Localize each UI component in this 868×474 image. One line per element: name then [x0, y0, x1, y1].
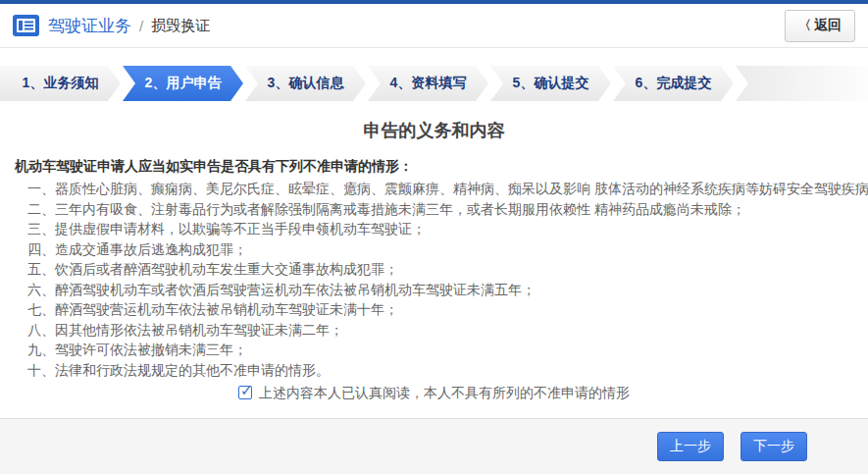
chevron-left-icon: 〈 [798, 17, 811, 34]
declaration-item: 九、驾驶许可依法被撤销未满三年； [15, 340, 853, 360]
declaration-content: 机动车驾驶证申请人应当如实申告是否具有下列不准申请的情形： 一、器质性心脏病、癫… [0, 156, 868, 402]
page-title: 申告的义务和内容 [0, 119, 868, 142]
step-5-confirm-submit: 5、确认提交 [490, 66, 611, 101]
step-wizard-filler [736, 66, 868, 101]
declaration-item: 二、三年内有吸食、注射毒品行为或者解除强制隔离戒毒措施未满三年，或者长期服用依赖… [15, 199, 853, 220]
header: 驾驶证业务 / 损毁换证 〈 返回 [0, 4, 868, 48]
previous-step-button[interactable]: 上一步 [657, 432, 724, 461]
next-step-button[interactable]: 下一步 [740, 432, 807, 461]
checkmark-icon: ✓ [240, 383, 253, 398]
declaration-item: 十、法律和行政法规规定的其他不准申请的情形。 [15, 360, 853, 381]
step-4-fill-materials: 4、资料填写 [368, 66, 488, 101]
declaration-item: 四、造成交通事故后逃逸构成犯罪； [15, 239, 853, 260]
form-list-icon [13, 15, 39, 36]
declaration-item: 一、器质性心脏病、癫痫病、美尼尔氏症、眩晕症、癔病、震颤麻痹、精神病、痴呆以及影… [15, 179, 853, 199]
declaration-item: 六、醉酒驾驶机动车或者饮酒后驾驶营运机动车依法被吊销机动车驾驶证未满五年； [15, 280, 853, 300]
back-button-label: 返回 [814, 17, 842, 34]
step-1-business-notice: 1、业务须知 [0, 66, 121, 101]
declaration-item: 三、提供虚假申请材料，以欺骗等不正当手段申领机动车驾驶证； [15, 219, 853, 239]
declaration-item: 五、饮酒后或者醉酒驾驶机动车发生重大交通事故构成犯罪； [15, 259, 853, 280]
agreement-row: ✓ 上述内容本人已认真阅读，本人不具有所列的不准申请的情形 [15, 385, 853, 402]
step-wizard: 1、业务须知 2、用户申告 3、确认信息 4、资料填写 5、确认提交 6、完成提… [0, 66, 868, 101]
step-6-complete-submit: 6、完成提交 [613, 66, 734, 101]
declaration-item: 八、因其他情形依法被吊销机动车驾驶证未满二年； [15, 320, 853, 341]
declaration-intro: 机动车驾驶证申请人应当如实申告是否具有下列不准申请的情形： [15, 156, 853, 176]
agreement-label[interactable]: 上述内容本人已认真阅读，本人不具有所列的不准申请的情形 [259, 385, 630, 400]
breadcrumb-separator: / [139, 18, 143, 34]
agreement-checkbox[interactable]: ✓ [238, 386, 252, 399]
step-3-confirm-info: 3、确认信息 [245, 66, 366, 101]
step-2-user-declaration: 2、用户申告 [123, 66, 243, 101]
footer-action-bar: 上一步 下一步 [0, 418, 868, 474]
back-button[interactable]: 〈 返回 [785, 10, 855, 42]
breadcrumb-service-category[interactable]: 驾驶证业务 [48, 15, 131, 37]
declaration-item: 七、醉酒驾驶营运机动车依法被吊销机动车驾驶证未满十年； [15, 299, 853, 320]
breadcrumb-current-page: 损毁换证 [151, 17, 210, 35]
